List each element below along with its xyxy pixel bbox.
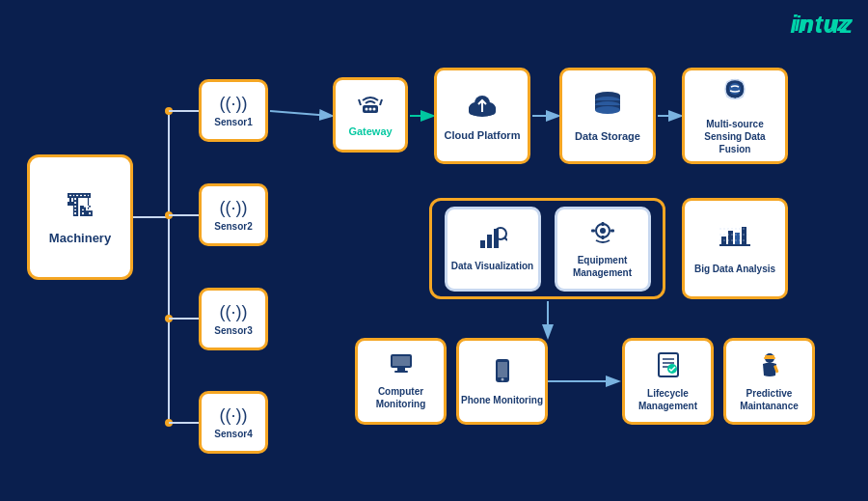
sensor3-box: ((·)) Sensor3 <box>199 288 268 350</box>
cloud-icon <box>464 91 501 125</box>
svg-rect-53 <box>742 227 746 244</box>
wifi-icon-3: ((·)) <box>220 302 248 322</box>
sensor3-label: Sensor3 <box>214 325 252 336</box>
wifi-icon-1: ((·)) <box>220 94 248 114</box>
svg-point-4 <box>165 315 173 322</box>
predictive-label: Predictive Maintanance <box>726 387 812 412</box>
predictive-icon <box>756 350 783 383</box>
big-data-box: Big Data Analysis <box>682 198 788 299</box>
sensor4-box: ((·)) Sensor4 <box>199 391 268 454</box>
svg-point-3 <box>165 211 173 219</box>
phone-icon <box>492 357 513 390</box>
lifecycle-label: Lifecycle Management <box>625 387 711 412</box>
sensor1-box: ((·)) Sensor1 <box>199 79 268 142</box>
svg-rect-48 <box>610 229 614 232</box>
data-storage-label: Data Storage <box>575 130 640 142</box>
equipment-management-label: Equipment Management <box>557 254 648 279</box>
svg-point-2 <box>165 107 173 115</box>
svg-rect-58 <box>393 356 410 366</box>
svg-point-63 <box>501 377 503 380</box>
svg-rect-71 <box>764 357 775 359</box>
svg-point-19 <box>373 108 376 111</box>
machinery-label: Machinery <box>49 231 111 245</box>
svg-rect-59 <box>397 368 405 371</box>
wifi-icon-4: ((·)) <box>220 405 248 426</box>
svg-rect-49 <box>719 244 750 246</box>
computer-icon <box>388 352 415 381</box>
sensor2-box: ((·)) Sensor2 <box>199 183 268 246</box>
cloud-platform-box: Cloud Platform <box>434 68 530 164</box>
lifecycle-icon <box>655 350 682 383</box>
svg-point-34 <box>595 106 620 114</box>
machinery-icon: 🏗 <box>66 190 95 223</box>
data-storage-box: Data Storage <box>559 68 656 164</box>
svg-rect-62 <box>498 362 507 377</box>
visualization-icon <box>478 225 507 256</box>
gateway-box: Gateway <box>333 77 408 153</box>
svg-point-36 <box>729 83 741 95</box>
svg-line-42 <box>504 237 507 240</box>
equipment-icon <box>588 219 617 250</box>
svg-point-5 <box>165 419 173 427</box>
equipment-management-box: Equipment Management <box>555 207 651 292</box>
sensor4-label: Sensor4 <box>214 429 252 439</box>
svg-line-21 <box>380 99 382 105</box>
gateway-icon <box>355 93 386 122</box>
svg-point-18 <box>369 108 372 111</box>
computer-monitoring-label: Computer Monitoring <box>358 385 444 410</box>
middle-group: Data Visualization Equipment Managem <box>429 198 665 299</box>
phone-monitoring-label: Phone Monitoring <box>461 394 543 406</box>
svg-rect-51 <box>728 231 733 244</box>
storage-icon <box>591 90 624 125</box>
lifecycle-box: Lifecycle Management <box>622 338 714 425</box>
svg-point-17 <box>366 108 368 111</box>
brain-icon <box>718 77 752 113</box>
sensor2-label: Sensor2 <box>214 221 252 232</box>
multi-source-box: Multi-source Sensing Data Fusion <box>682 68 788 164</box>
machinery-box: 🏗 Machinery <box>27 154 133 280</box>
svg-line-10 <box>270 111 331 116</box>
svg-rect-38 <box>480 240 485 248</box>
diagram-container: 🏗 Machinery ((·)) Sensor1 ((·)) Sensor2 … <box>10 29 858 492</box>
bigdata-icon <box>718 223 752 258</box>
svg-point-44 <box>600 228 606 234</box>
svg-line-20 <box>359 99 361 105</box>
svg-rect-47 <box>591 229 595 232</box>
svg-rect-60 <box>394 371 408 373</box>
sensor1-label: Sensor1 <box>214 117 252 127</box>
data-visualization-box: Data Visualization <box>445 207 541 292</box>
wifi-icon-2: ((·)) <box>220 198 248 218</box>
brand-logo: intuz <box>790 10 854 40</box>
svg-rect-46 <box>601 236 604 239</box>
gateway-label: Gateway <box>348 125 392 137</box>
big-data-label: Big Data Analysis <box>694 263 775 275</box>
cloud-platform-label: Cloud Platform <box>445 129 521 141</box>
predictive-box: Predictive Maintanance <box>723 338 815 425</box>
computer-monitoring-box: Computer Monitoring <box>355 338 447 425</box>
svg-rect-45 <box>601 222 604 226</box>
data-visualization-label: Data Visualization <box>451 260 533 272</box>
svg-rect-39 <box>487 235 492 248</box>
phone-monitoring-box: Phone Monitoring <box>456 338 548 425</box>
multi-source-label: Multi-source Sensing Data Fusion <box>691 118 779 155</box>
